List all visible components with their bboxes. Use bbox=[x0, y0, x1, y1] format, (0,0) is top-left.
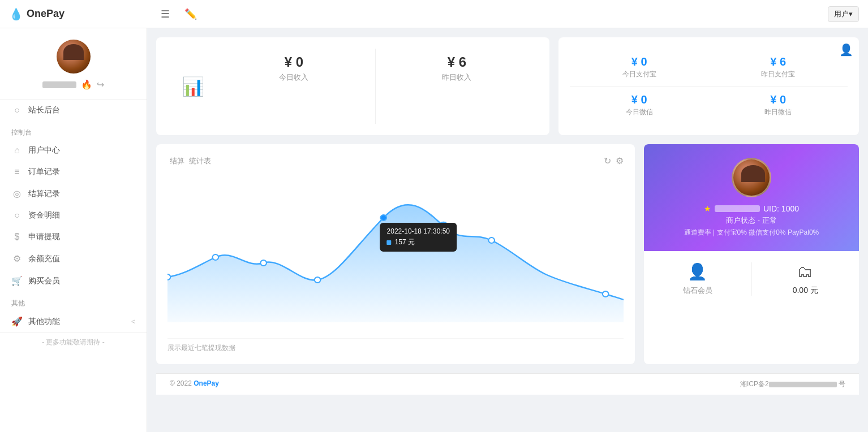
svg-point-1 bbox=[213, 254, 219, 260]
footer-brand: OnePay bbox=[194, 379, 219, 387]
check-icon: ◎ bbox=[11, 188, 23, 199]
wallet-icon: ⚙ bbox=[11, 253, 23, 264]
stats-row-wechat: ¥ 0 今日微信 ¥ 0 昨日微信 bbox=[570, 87, 848, 124]
chart-card: 结算 统计表 ↻ ⚙ bbox=[156, 144, 635, 364]
sidebar-item-qitagongneng[interactable]: 🚀 其他功能 < bbox=[0, 310, 147, 332]
yesterday-alipay-value: ¥ 6 bbox=[715, 55, 841, 68]
chart-placeholder: 📊 bbox=[167, 49, 213, 124]
sidebar-item-zijinmingxi[interactable]: ○ 资金明细 bbox=[0, 205, 147, 226]
list-icon: ≡ bbox=[11, 167, 23, 177]
sidebar: 🔥 ↪ ○ 站长后台 控制台 ⌂ 用户中心 ≡ 订单记录 ◎ 结算记录 ○ 资金… bbox=[0, 28, 147, 432]
sidebar-user: 🔥 ↪ bbox=[0, 28, 147, 100]
sidebar-more-label: - 更多功能敬请期待 - bbox=[0, 332, 147, 352]
sidebar-item-yonghuzhongxin[interactable]: ⌂ 用户中心 bbox=[0, 140, 147, 161]
logo-icon: 💧 bbox=[9, 7, 23, 21]
stats-today-wechat: ¥ 0 今日微信 bbox=[570, 87, 709, 124]
person-icon: 👤 bbox=[839, 43, 853, 57]
stats-today-income: ¥ 0 今日收入 bbox=[213, 49, 376, 124]
chevron-icon: < bbox=[131, 318, 135, 326]
user-card-membership: 👤 钻石会员 bbox=[655, 262, 740, 296]
yesterday-income-label: 昨日收入 bbox=[381, 72, 532, 83]
logo: 💧 OnePay bbox=[9, 7, 156, 21]
sidebar-item-dingdanjilu[interactable]: ≡ 订单记录 bbox=[0, 161, 147, 183]
copyright-text: © 2022 bbox=[170, 379, 194, 387]
sidebar-item-label: 申请提现 bbox=[28, 232, 60, 242]
chart-container: 2022-10-18 17:30:50 157 元 bbox=[167, 175, 624, 334]
footer-icp: 湘ICP备2 号 bbox=[740, 379, 845, 389]
sidebar-item-shengqingticun[interactable]: $ 申请提现 bbox=[0, 226, 147, 248]
sidebar-item-jiesuanjilu[interactable]: ◎ 结算记录 bbox=[0, 183, 147, 205]
sidebar-item-label: 余额充值 bbox=[28, 254, 60, 264]
sidebar-section-control: 控制台 bbox=[0, 121, 147, 140]
topbar-actions: ☰ ✏️ bbox=[156, 6, 201, 23]
sidebar-item-label: 资金明细 bbox=[28, 210, 60, 221]
user-card-body: 👤 钻石会员 🗂 0.00 元 bbox=[644, 251, 859, 307]
svg-point-8 bbox=[439, 222, 448, 230]
sidebar-item-label: 用户中心 bbox=[28, 145, 60, 155]
star-icon: ★ bbox=[704, 204, 711, 213]
uid-text: UID: 1000 bbox=[763, 204, 799, 213]
sidebar-item-label: 结算记录 bbox=[28, 189, 60, 199]
sidebar-item-label: 站长后台 bbox=[28, 105, 60, 115]
chart-footer: 展示最近七笔提现数据 bbox=[167, 338, 624, 353]
stats-card-income: 📊 ¥ 0 今日收入 ¥ 6 昨日收入 bbox=[156, 37, 549, 135]
today-income-value: ¥ 0 bbox=[218, 54, 369, 70]
sidebar-item-zhanzhanghoutai[interactable]: ○ 站长后台 bbox=[0, 100, 147, 121]
main-content: 📊 ¥ 0 今日收入 ¥ 6 昨日收入 👤 ¥ 0 今日支付宝 bbox=[147, 28, 868, 432]
avatar bbox=[57, 40, 91, 74]
sidebar-item-goumaichuanyuan[interactable]: 🛒 购买会员 bbox=[0, 270, 147, 292]
home-icon: ○ bbox=[11, 105, 23, 115]
bottom-row: 结算 统计表 ↻ ⚙ bbox=[156, 144, 859, 364]
today-income-label: 今日收入 bbox=[218, 72, 369, 83]
chart-svg bbox=[167, 175, 624, 322]
sidebar-item-yuerchongzhi[interactable]: ⚙ 余额充值 bbox=[0, 248, 147, 270]
icp-prefix: 湘ICP备2 bbox=[740, 380, 769, 388]
membership-icon: 👤 bbox=[687, 262, 707, 281]
refresh-button[interactable]: ↻ bbox=[604, 155, 611, 166]
yesterday-wechat-label: 昨日微信 bbox=[715, 107, 841, 117]
edit-button[interactable]: ✏️ bbox=[180, 6, 201, 23]
user-card-balance: 🗂 0.00 元 bbox=[763, 262, 848, 296]
yesterday-wechat-value: ¥ 0 bbox=[715, 93, 841, 106]
today-wechat-value: ¥ 0 bbox=[577, 93, 702, 106]
user-card-status: 商户状态 - 正常 bbox=[726, 215, 777, 226]
rocket-icon: 🚀 bbox=[11, 316, 23, 327]
today-wechat-label: 今日微信 bbox=[577, 107, 702, 117]
stats-yesterday-income: ¥ 6 昨日收入 bbox=[376, 49, 538, 124]
user-icon: ⌂ bbox=[11, 145, 23, 155]
fire-icon[interactable]: 🔥 bbox=[81, 79, 92, 90]
chart-actions: ↻ ⚙ bbox=[604, 155, 624, 166]
layout: 🔥 ↪ ○ 站长后台 控制台 ⌂ 用户中心 ≡ 订单记录 ◎ 结算记录 ○ 资金… bbox=[0, 28, 868, 432]
user-card-header: ★ UID: 1000 商户状态 - 正常 通道费率 | 支付宝0% 微信支付0… bbox=[644, 144, 859, 251]
menu-button[interactable]: ☰ bbox=[156, 6, 174, 23]
user-profile-card: ★ UID: 1000 商户状态 - 正常 通道费率 | 支付宝0% 微信支付0… bbox=[644, 144, 859, 364]
today-alipay-label: 今日支付宝 bbox=[577, 70, 702, 79]
logout-icon[interactable]: ↪ bbox=[97, 79, 104, 90]
svg-point-4 bbox=[380, 215, 386, 221]
settings-button[interactable]: ⚙ bbox=[616, 155, 624, 166]
dollar-icon: $ bbox=[11, 232, 23, 242]
stats-yesterday-wechat: ¥ 0 昨日微信 bbox=[708, 87, 848, 124]
topbar-right: 用户▾ bbox=[828, 6, 859, 22]
search-icon: ○ bbox=[11, 210, 23, 221]
svg-point-0 bbox=[167, 274, 170, 280]
cart-icon: 🛒 bbox=[11, 275, 23, 286]
topbar: 💧 OnePay ☰ ✏️ 用户▾ bbox=[0, 0, 868, 28]
app-name: OnePay bbox=[27, 8, 65, 20]
stats-card-channels: 👤 ¥ 0 今日支付宝 ¥ 6 昨日支付宝 ¥ 0 今日微信 bbox=[558, 37, 859, 135]
user-dropdown[interactable]: 用户▾ bbox=[828, 6, 859, 22]
user-card-name: ★ UID: 1000 bbox=[704, 204, 799, 213]
svg-point-2 bbox=[260, 260, 267, 266]
membership-label: 钻石会员 bbox=[683, 286, 712, 296]
yesterday-income-value: ¥ 6 bbox=[381, 54, 532, 70]
chart-title: 结算 统计表 bbox=[167, 155, 211, 166]
svg-point-6 bbox=[488, 237, 495, 243]
sidebar-item-label: 购买会员 bbox=[28, 276, 60, 286]
stats-yesterday-alipay: ¥ 6 昨日支付宝 bbox=[708, 49, 848, 86]
chart-header: 结算 统计表 ↻ ⚙ bbox=[167, 155, 624, 166]
stats-today-alipay: ¥ 0 今日支付宝 bbox=[570, 49, 709, 86]
user-card-avatar bbox=[732, 158, 771, 197]
icp-number-blur bbox=[769, 382, 837, 387]
user-card-divider bbox=[751, 262, 752, 296]
yesterday-alipay-label: 昨日支付宝 bbox=[715, 70, 841, 79]
